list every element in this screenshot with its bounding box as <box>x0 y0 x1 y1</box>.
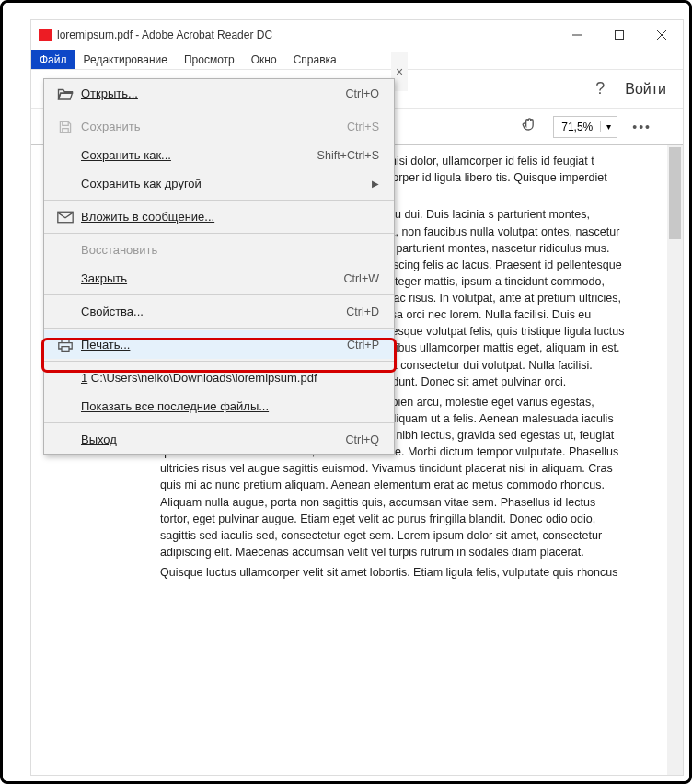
svg-rect-4 <box>58 212 73 222</box>
menu-help[interactable]: Справка <box>285 50 345 69</box>
print-icon <box>57 338 81 352</box>
save-icon <box>57 120 81 134</box>
scroll-thumb[interactable] <box>669 147 681 239</box>
menu-item-revert: Восстановить <box>44 236 394 264</box>
menu-view[interactable]: Просмотр <box>176 50 243 69</box>
maximize-button[interactable] <box>598 20 640 50</box>
sign-in-button[interactable]: Войти <box>625 81 666 98</box>
doc-paragraph: Quisque luctus ullamcorper velit sit ame… <box>160 564 625 581</box>
help-icon[interactable]: ? <box>595 79 605 98</box>
zoom-selector[interactable]: 71,5% ▾ <box>553 116 617 138</box>
menu-item-save: Сохранить Ctrl+S <box>44 112 394 141</box>
menu-item-save-as[interactable]: Сохранить как... Shift+Ctrl+S <box>44 141 394 169</box>
titlebar: loremipsum.pdf - Adobe Acrobat Reader DC <box>31 20 683 50</box>
menubar: Файл Редактирование Просмотр Окно Справк… <box>31 50 683 70</box>
menu-item-properties[interactable]: Свойства... Ctrl+D <box>44 297 394 326</box>
submenu-arrow-icon: ▶ <box>372 179 379 189</box>
folder-open-icon <box>57 86 81 101</box>
chevron-down-icon[interactable]: ▾ <box>600 121 617 132</box>
svg-rect-1 <box>616 31 624 40</box>
zoom-value: 71,5% <box>554 121 600 133</box>
scrollbar[interactable] <box>667 145 683 775</box>
menu-item-show-recent[interactable]: Показать все последние файлы... <box>44 392 394 421</box>
menu-item-open[interactable]: Открыть... Ctrl+O <box>44 79 394 108</box>
menu-item-attach[interactable]: Вложить в сообщение... <box>44 202 394 231</box>
app-icon <box>39 29 52 41</box>
menu-edit[interactable]: Редактирование <box>75 50 176 69</box>
minimize-button[interactable] <box>556 20 598 50</box>
menu-item-close[interactable]: Закрыть Ctrl+W <box>44 264 394 293</box>
menu-item-save-other[interactable]: Сохранить как другой ▶ <box>44 169 394 198</box>
envelope-icon <box>57 210 81 225</box>
window-title: loremipsum.pdf - Adobe Acrobat Reader DC <box>57 29 272 41</box>
menu-item-print[interactable]: Печать... Ctrl+P <box>44 330 394 359</box>
menu-file[interactable]: Файл <box>31 50 75 69</box>
hand-tool-icon[interactable] <box>520 116 538 138</box>
close-button[interactable] <box>640 20 683 50</box>
menu-item-recent-1[interactable]: 1 C:\Users\nelko\Downloads\loremipsum.pd… <box>44 363 394 392</box>
more-tools-button[interactable]: ••• <box>632 120 652 134</box>
file-menu-dropdown: Открыть... Ctrl+O Сохранить Ctrl+S Сохра… <box>43 78 395 455</box>
menu-window[interactable]: Окно <box>243 50 285 69</box>
menu-item-exit[interactable]: Выход Ctrl+Q <box>44 425 394 454</box>
